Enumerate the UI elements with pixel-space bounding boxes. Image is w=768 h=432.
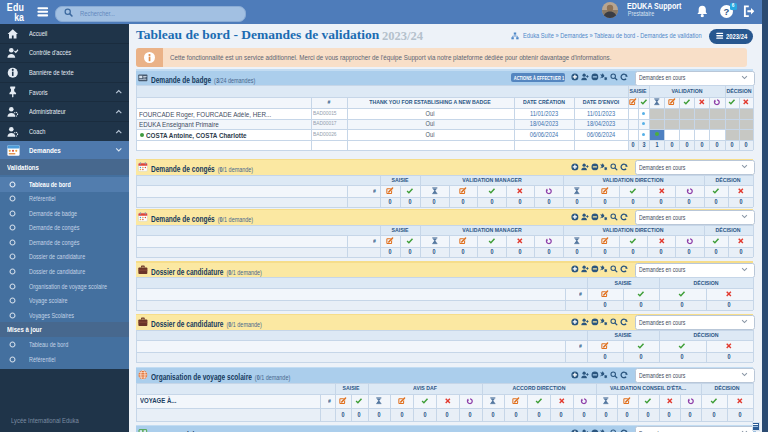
svg-text:?: ? [723,6,729,17]
